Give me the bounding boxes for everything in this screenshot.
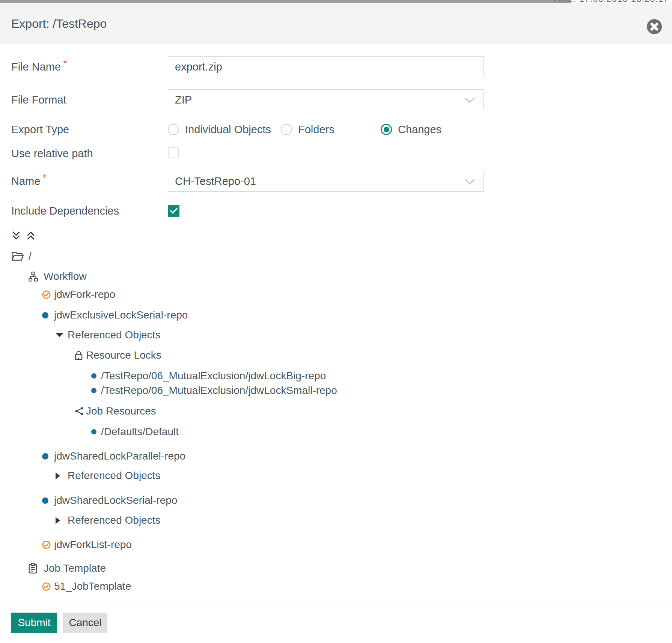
- tree-item-label: /TestRepo/06_MutualExclusion/jdwLockSmal…: [101, 385, 337, 397]
- collapse-all-button[interactable]: [25, 230, 36, 242]
- tree-item-label: /TestRepo/06_MutualExclusion/jdwLockBig-…: [101, 370, 326, 382]
- background-scrollbar-strip: [0, 0, 571, 3]
- tree-item[interactable]: Referenced Objects: [0, 514, 672, 527]
- dot-small-icon: [91, 373, 101, 379]
- export-type-option[interactable]: Folders: [281, 123, 381, 136]
- use-relative-path-checkbox[interactable]: [168, 147, 179, 158]
- file-format-row: File Format ZIP: [0, 89, 672, 110]
- caret-right-icon: [56, 517, 68, 524]
- export-type-option[interactable]: Individual Objects: [168, 123, 281, 136]
- tree-item[interactable]: /TestRepo/06_MutualExclusion/jdwLockBig-…: [0, 370, 672, 382]
- check-circle-icon: [42, 290, 54, 299]
- background-clipped-text: Time: 17.05.2015 15:25:17: [552, 0, 669, 3]
- tree-item-label: Resource Locks: [86, 349, 161, 361]
- tree-item-label: Referenced Objects: [68, 470, 160, 482]
- tree-item[interactable]: /Defaults/Default: [0, 425, 672, 438]
- check-circle-icon: [42, 582, 54, 591]
- check-circle-icon: [42, 541, 54, 549]
- submit-button[interactable]: Submit: [11, 613, 57, 633]
- tree-item-label: jdwSharedLockParallel-repo: [54, 450, 185, 462]
- export-type-label: Export Type: [0, 123, 168, 136]
- share-icon: [74, 406, 86, 416]
- name-select[interactable]: CH-TestRepo-01: [168, 171, 484, 192]
- dialog-header: Export: /TestRepo: [0, 3, 672, 44]
- required-asterisk: *: [42, 172, 46, 183]
- tree-item[interactable]: Referenced Objects: [0, 329, 672, 341]
- cancel-button[interactable]: Cancel: [63, 613, 107, 633]
- tree-item[interactable]: Job Resources: [0, 405, 672, 418]
- workflow-icon: [28, 272, 44, 282]
- file-name-row: File Name*: [0, 56, 672, 77]
- folder-open-icon: [11, 251, 29, 261]
- close-button[interactable]: [646, 19, 662, 35]
- include-dependencies-row: Include Dependencies: [0, 205, 672, 217]
- caret-right-icon: [56, 472, 68, 479]
- file-format-value: ZIP: [175, 94, 192, 106]
- object-tree: / Workflow jdwFork-repo jdwExclusiveLock…: [0, 250, 672, 593]
- include-dependencies-label: Include Dependencies: [0, 205, 168, 217]
- export-type-option[interactable]: Changes: [381, 123, 441, 136]
- file-name-input[interactable]: [168, 56, 484, 77]
- tree-item-label: Referenced Objects: [68, 514, 160, 526]
- chevron-down-icon: [464, 94, 475, 106]
- tree-item[interactable]: Workflow: [0, 270, 672, 283]
- caret-down-icon: [56, 333, 68, 338]
- file-name-label: File Name*: [0, 61, 168, 73]
- name-label: Name*: [0, 175, 168, 188]
- radio-icon: [281, 124, 292, 135]
- dialog-footer: Submit Cancel: [0, 604, 672, 633]
- tree-item[interactable]: /: [0, 250, 672, 263]
- tree-item-label: jdwSharedLockSerial-repo: [54, 494, 177, 506]
- tree-item[interactable]: Job Template: [0, 562, 672, 575]
- tree-item[interactable]: Referenced Objects: [0, 469, 672, 482]
- tree-item-label: /Defaults/Default: [101, 426, 179, 438]
- file-format-label: File Format: [0, 94, 168, 106]
- export-type-radio-group: Individual Objects Folders Changes: [168, 123, 484, 136]
- export-dialog: Export: /TestRepo File Name* File Format: [0, 3, 672, 643]
- double-chevron-down-icon: [11, 230, 22, 242]
- dot-small-icon: [91, 429, 101, 434]
- lock-icon: [74, 350, 86, 360]
- tree-item[interactable]: jdwSharedLockParallel-repo: [0, 450, 672, 463]
- tree-item-label: jdwExclusiveLockSerial-repo: [54, 309, 188, 321]
- include-dependencies-checkbox[interactable]: [168, 205, 179, 217]
- tree-item[interactable]: jdwSharedLockSerial-repo: [0, 494, 672, 507]
- clipboard-icon: [28, 563, 44, 574]
- required-asterisk: *: [63, 58, 67, 69]
- dot-icon: [42, 497, 54, 504]
- radio-icon: [381, 124, 392, 135]
- chevron-down-icon: [464, 175, 475, 188]
- double-chevron-up-icon: [25, 230, 36, 242]
- file-format-select[interactable]: ZIP: [168, 89, 484, 110]
- tree-item-label: Workflow: [44, 270, 87, 282]
- name-row: Name* CH-TestRepo-01: [0, 171, 672, 192]
- dialog-body: File Name* File Format ZIP Export Type I…: [0, 44, 672, 643]
- tree-item[interactable]: jdwFork-repo: [0, 288, 672, 301]
- tree-item-label: 51_JobTemplate: [54, 580, 131, 592]
- close-icon: [646, 30, 662, 36]
- tree-item-label: Job Template: [44, 562, 106, 574]
- tree-item[interactable]: Resource Locks: [0, 349, 672, 362]
- background-page-edge: Time: 17.05.2015 15:25:17: [0, 0, 672, 3]
- tree-item-label: /: [29, 250, 32, 262]
- export-type-row: Export Type Individual Objects Folders C…: [0, 123, 672, 136]
- expand-all-button[interactable]: [11, 230, 22, 242]
- dialog-title: Export: /TestRepo: [11, 17, 107, 30]
- tree-item[interactable]: jdwExclusiveLockSerial-repo: [0, 309, 672, 322]
- use-relative-path-row: Use relative path: [0, 148, 672, 159]
- tree-item[interactable]: 51_JobTemplate: [0, 580, 672, 593]
- tree-item[interactable]: /TestRepo/06_MutualExclusion/jdwLockSmal…: [0, 384, 672, 397]
- tree-item-label: jdwFork-repo: [54, 288, 115, 300]
- dot-icon: [42, 312, 54, 318]
- tree-item-label: jdwForkList-repo: [54, 539, 132, 551]
- name-value: CH-TestRepo-01: [175, 175, 256, 188]
- tree-toolbar: [0, 230, 672, 242]
- dot-icon: [42, 453, 54, 460]
- dot-small-icon: [91, 388, 101, 393]
- tree-item-label: Referenced Objects: [68, 329, 160, 341]
- tree-item[interactable]: jdwForkList-repo: [0, 538, 672, 551]
- radio-icon: [168, 124, 179, 135]
- use-relative-path-label: Use relative path: [0, 147, 168, 160]
- tree-item-label: Job Resources: [86, 405, 156, 417]
